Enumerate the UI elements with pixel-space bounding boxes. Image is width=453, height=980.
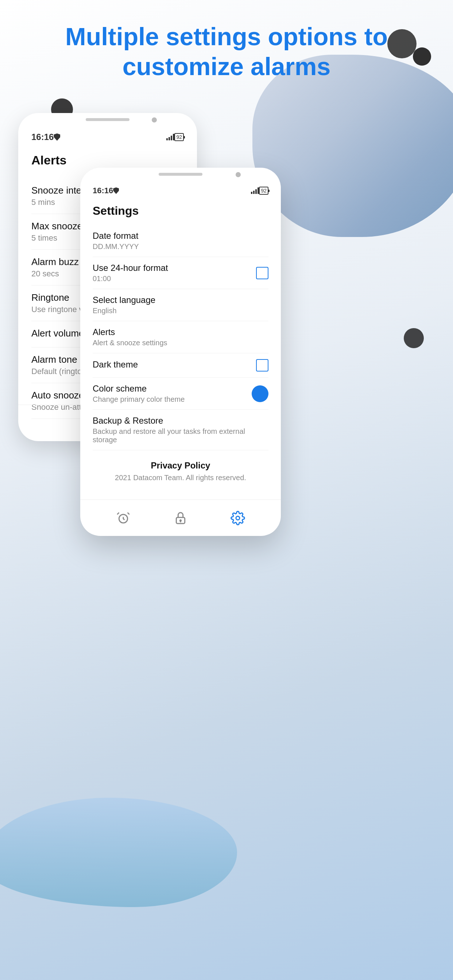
signal-bars bbox=[251, 188, 259, 194]
svg-point-3 bbox=[180, 520, 181, 521]
bg-cloud bbox=[0, 798, 237, 907]
bg-blob-4 bbox=[404, 328, 424, 348]
nav-lock[interactable] bbox=[173, 511, 188, 525]
notch-bar bbox=[86, 118, 129, 121]
signal-bars bbox=[166, 134, 174, 140]
shield-icon bbox=[113, 188, 119, 194]
notch-bar bbox=[159, 173, 203, 176]
time: 16:16 bbox=[93, 186, 113, 196]
settings-screen: Settings Date format DD.MM.YYYY Use 24-h… bbox=[80, 196, 281, 516]
setting-hour-format[interactable]: Use 24-hour format 01:00 bbox=[93, 257, 268, 289]
alerts-title: Alerts bbox=[31, 153, 184, 167]
setting-language[interactable]: Select language English bbox=[93, 289, 268, 321]
status-bar: 16:16 92 bbox=[18, 121, 197, 142]
svg-point-5 bbox=[236, 516, 239, 520]
page-title: Multiple settings options to customize a… bbox=[0, 22, 453, 81]
setting-dark-theme[interactable]: Dark theme bbox=[93, 353, 268, 378]
phone-settings: 16:16 92 Settings Date format DD.MM.YYYY… bbox=[80, 168, 281, 536]
settings-bottom-nav bbox=[80, 500, 281, 536]
battery-icon: 92 bbox=[259, 187, 268, 195]
setting-backup[interactable]: Backup & Restore Backup and restore all … bbox=[93, 410, 268, 450]
privacy-title: Privacy Policy bbox=[100, 460, 261, 471]
bg-wave bbox=[252, 55, 453, 237]
nav-settings[interactable] bbox=[231, 511, 245, 525]
nav-alarm[interactable] bbox=[116, 511, 131, 525]
setting-color-scheme[interactable]: Color scheme Change primary color theme bbox=[93, 378, 268, 410]
camera-dot bbox=[236, 172, 241, 177]
dark-theme-checkbox[interactable] bbox=[256, 359, 268, 372]
status-bar: 16:16 92 bbox=[80, 176, 281, 196]
setting-date-format[interactable]: Date format DD.MM.YYYY bbox=[93, 225, 268, 257]
shield-icon bbox=[54, 134, 60, 141]
settings-title: Settings bbox=[93, 204, 268, 218]
battery-icon: 92 bbox=[174, 133, 184, 141]
privacy-subtitle: 2021 Datacom Team. All rights reserved. bbox=[100, 474, 261, 482]
color-scheme-circle[interactable] bbox=[252, 385, 268, 402]
camera-dot bbox=[152, 118, 157, 123]
setting-alerts[interactable]: Alerts Alert & snooze settings bbox=[93, 321, 268, 353]
time: 16:16 bbox=[31, 132, 54, 142]
privacy-section: Privacy Policy 2021 Datacom Team. All ri… bbox=[93, 450, 268, 488]
hour-format-checkbox[interactable] bbox=[256, 267, 268, 279]
